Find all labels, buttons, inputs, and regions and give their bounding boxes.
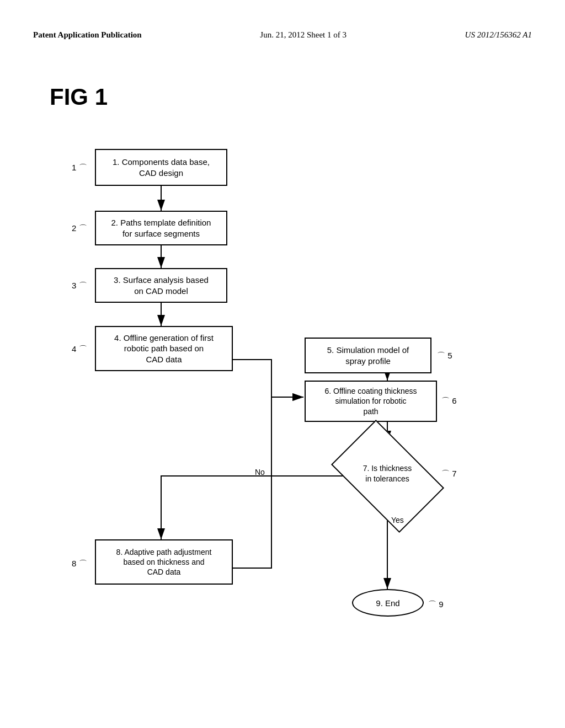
step4-number: 4 ⌒ — [72, 344, 87, 355]
step2-label: 2. Paths template definition for surface… — [111, 217, 211, 239]
figure-title: FIG 1 — [50, 84, 565, 110]
step9-number: ⌒ 9 — [428, 599, 444, 610]
step6-number: ⌒ 6 — [441, 396, 457, 406]
header-left: Patent Application Publication — [33, 30, 142, 40]
step2-number: 2 ⌒ — [72, 223, 87, 234]
step5-number: ⌒ 5 — [437, 351, 452, 361]
step1-number: 1 ⌒ — [72, 163, 87, 173]
step3-label: 3. Surface analysis based on CAD model — [114, 275, 209, 296]
step9-ellipse: 9. End — [352, 589, 424, 617]
header-center: Jun. 21, 2012 Sheet 1 of 3 — [260, 30, 347, 40]
step6-label: 6. Offline coating thickness simulation … — [324, 386, 417, 416]
step4-label: 4. Offline generation of first robotic p… — [114, 333, 214, 365]
header-right: US 2012/156362 A1 — [465, 30, 532, 40]
no-label: No — [255, 468, 265, 477]
step9-label: 9. End — [376, 598, 399, 608]
step3-number: 3 ⌒ — [72, 281, 87, 291]
step4-box: 4. Offline generation of first robotic p… — [95, 326, 233, 371]
header: Patent Application Publication Jun. 21, … — [0, 0, 565, 40]
step7-number: ⌒ 7 — [441, 469, 457, 479]
step8-box: 8. Adaptive path adjustment based on thi… — [95, 539, 233, 585]
step6-box: 6. Offline coating thickness simulation … — [305, 381, 437, 422]
step3-box: 3. Surface analysis based on CAD model — [95, 268, 227, 303]
step1-label: 1. Components data base, CAD design — [113, 157, 210, 178]
step8-label: 8. Adaptive path adjustment based on thi… — [116, 547, 212, 577]
yes-label: Yes — [391, 516, 404, 524]
page: Patent Application Publication Jun. 21, … — [0, 0, 565, 728]
step1-box: 1. Components data base, CAD design — [95, 149, 227, 186]
flowchart: 1. Components data base, CAD design 1 ⌒ … — [34, 127, 531, 667]
step7-label: 7. Is thickness in tolerances — [339, 442, 436, 505]
step5-box: 5. Simulation model of spray profile — [305, 338, 431, 373]
step2-box: 2. Paths template definition for surface… — [95, 211, 227, 245]
step8-number: 8 ⌒ — [72, 559, 87, 569]
step5-label: 5. Simulation model of spray profile — [327, 345, 409, 366]
